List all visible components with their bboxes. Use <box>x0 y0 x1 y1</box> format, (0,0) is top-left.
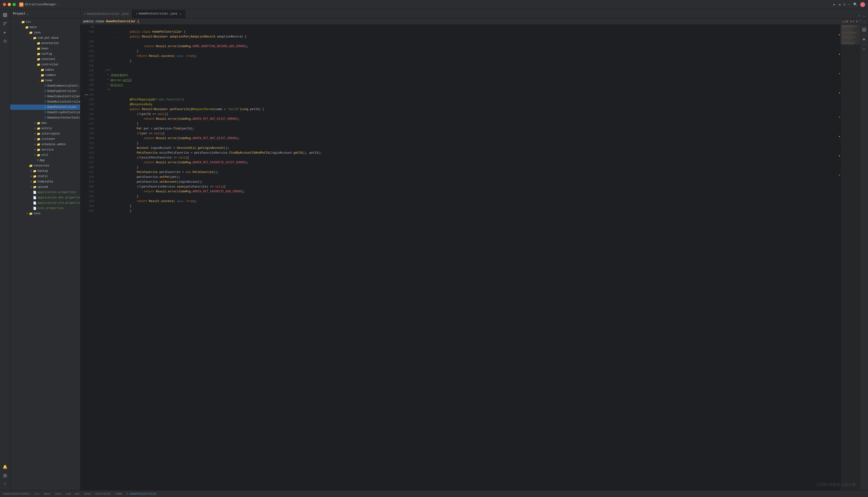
breadcrumb-adoption[interactable]: AdoptionStrayPets <box>3 493 30 495</box>
tree-item-entity[interactable]: ► 📁 entity <box>10 126 80 131</box>
tree-item-home-usercenter[interactable]: ► C HomeUserCenterContr... <box>10 115 80 120</box>
tree-item-static[interactable]: ► 📁 static <box>10 174 80 179</box>
tree-item-interceptor[interactable]: ► 📁 interceptor <box>10 131 80 137</box>
code-line-108: public Result<Boolean> adoptionPet(Adopt… <box>98 29 837 34</box>
svg-rect-18 <box>863 31 866 31</box>
window-controls[interactable] <box>3 3 16 6</box>
search-icon[interactable]: 🔍 <box>853 2 857 6</box>
tab-java-icon: J <box>84 13 85 15</box>
tab-menu-icon[interactable]: ⋯ <box>857 13 861 18</box>
tree-item-service[interactable]: ► 📁 service <box>10 147 80 153</box>
tab-home-index-controller[interactable]: J HomeIndexController.java <box>80 10 132 18</box>
code-line-135 <box>98 63 837 68</box>
tab-active-java-icon: J <box>136 12 137 15</box>
breadcrumb-main[interactable]: main <box>44 493 50 495</box>
code-line-159: if(petsFavoriteService.save(petsFavorite… <box>98 180 837 184</box>
help-icon[interactable]: ? <box>1 481 9 488</box>
maximize-button[interactable] <box>13 3 16 6</box>
tree-item-main[interactable]: ⌄ 📁 main <box>10 25 80 30</box>
tree-item-controller[interactable]: ⌄ 📁 controller <box>10 62 80 67</box>
breadcrumb-current[interactable]: C HomePetController <box>127 493 157 495</box>
tab-home-pet-controller[interactable]: J HomePetController.java ✕ <box>132 10 185 18</box>
tree-item-constant[interactable]: ► 📁 constant <box>10 57 80 62</box>
tree-item-test[interactable]: ► 📁 test <box>10 211 80 216</box>
gutter-mark-warning-3 <box>839 93 840 94</box>
warnings-down-icon[interactable]: ⌄ <box>864 19 865 23</box>
svg-rect-17 <box>863 29 866 30</box>
project-tree[interactable]: ⌄ 📁 src ⌄ 📁 main ⌄ 📁 java ⌄ <box>10 18 80 490</box>
breadcrumb-com[interactable]: com <box>66 493 70 495</box>
svg-rect-14 <box>4 476 5 477</box>
tree-item-home-faq[interactable]: ► C HomeFaqController <box>10 88 80 94</box>
code-line-162: return Result.success( data: true); <box>98 194 837 199</box>
tree-item-listener[interactable]: ► 📁 listener <box>10 137 80 142</box>
minimize-button[interactable] <box>8 3 11 6</box>
svg-rect-1 <box>5 13 7 15</box>
debug-icon[interactable]: ◀ <box>839 2 840 6</box>
code-line-130: return Result.error(CodeMsg.HOME_ADOPTIO… <box>98 39 837 44</box>
code-view[interactable]: 38 108 ... 130 131 132 133 134 135 136 1… <box>80 25 840 490</box>
line-numbers: 38 108 ... 130 131 132 133 134 135 136 1… <box>84 25 96 213</box>
right-panel-notification-icon[interactable]: ● <box>861 36 868 43</box>
plugins-icon[interactable] <box>1 472 9 480</box>
code-line-158: petsFavorite.setAccount(loginAccount); <box>98 175 837 180</box>
tree-item-backup[interactable]: ► 📁 backup <box>10 168 80 174</box>
tree-item-com-pet-base[interactable]: ⌄ 📁 com.pet.base <box>10 35 80 41</box>
vcs-icon[interactable] <box>1 20 9 28</box>
run-strip-icon[interactable]: ▶ <box>1 29 9 36</box>
error-icon: ● <box>850 20 852 23</box>
tree-item-home-community[interactable]: ► C HomeCommunityContr... <box>10 83 80 88</box>
tree-item-home-notice[interactable]: ► C HomeNoticeController <box>10 99 80 104</box>
tree-item-home-pet[interactable]: ► C HomePetController <box>10 104 80 110</box>
tab-close-button[interactable]: ✕ <box>179 12 182 15</box>
notifications-icon[interactable]: 🔔 <box>1 463 9 471</box>
editor-area: J HomeIndexController.java J HomePetCont… <box>80 9 868 490</box>
right-panel: ● ≡ <box>860 25 868 490</box>
project-icon[interactable] <box>1 11 9 19</box>
breadcrumb-pet[interactable]: pet <box>75 493 80 495</box>
tree-item-admin[interactable]: ► 📁 admin <box>10 67 80 73</box>
tree-item-common[interactable]: ► 📁 common <box>10 73 80 78</box>
tree-item-home[interactable]: ⌄ 📁 home <box>10 78 80 83</box>
settings-icon[interactable]: ⚙ <box>843 2 845 6</box>
tree-item-dao[interactable]: ► 📁 dao <box>10 120 80 126</box>
breadcrumb-java[interactable]: java <box>55 493 61 495</box>
right-panel-menu-icon[interactable]: ≡ <box>861 46 868 53</box>
debug-strip-icon[interactable] <box>1 37 9 45</box>
user-avatar[interactable] <box>860 2 865 7</box>
breadcrumb-home[interactable]: home <box>116 493 122 495</box>
tree-item-bean[interactable]: ► 📁 bean <box>10 46 80 51</box>
tree-item-upload[interactable]: ► 📁 upload <box>10 184 80 190</box>
tree-item-annotation[interactable]: ► 📁 annotation <box>10 41 80 46</box>
right-panel-structure-icon[interactable] <box>861 26 868 33</box>
code-line-136: /** <box>98 68 837 73</box>
breadcrumb-sep-1: › <box>31 493 33 495</box>
tree-item-resources[interactable]: ⌄ 📁 resources <box>10 163 80 168</box>
close-button[interactable] <box>3 3 6 6</box>
tree-item-util[interactable]: ► 📁 util <box>10 153 80 158</box>
left-strip: ▶ 🔔 ? <box>0 9 10 490</box>
tree-item-site-props[interactable]: ► 📄 site.properties <box>10 206 80 211</box>
tree-item-app-dev-props[interactable]: ► 📄 application-dev.properties <box>10 195 80 200</box>
tree-item-src[interactable]: ⌄ 📁 src <box>10 19 80 25</box>
tree-item-home-stray[interactable]: ► C HomeStrayPetControlle... <box>10 110 80 115</box>
tree-item-templates[interactable]: ► 📁 templates <box>10 179 80 184</box>
more-icon[interactable]: ⋯ <box>849 2 850 6</box>
breadcrumb-controller[interactable]: controller <box>95 493 111 495</box>
tree-item-app-prd-props[interactable]: ► 📄 application-prd.properties <box>10 200 80 206</box>
tree-item-java[interactable]: ⌄ 📁 java <box>10 30 80 35</box>
tab-expand-icon[interactable]: ⌄ <box>862 13 866 18</box>
app-title: AM AttractionsManager ⌄ <box>19 2 59 7</box>
warnings-up-icon[interactable]: ⌃ <box>860 19 862 23</box>
breadcrumb-base[interactable]: base <box>84 493 91 495</box>
tree-item-config[interactable]: ► 📁 config <box>10 51 80 57</box>
code-line-154: return Result.error(CodeMsg.ADMIN_PET_FA… <box>98 155 837 160</box>
breadcrumb-src[interactable]: src <box>35 493 40 495</box>
breadcrumb-sep-6: › <box>81 493 83 495</box>
run-icon[interactable]: ▶ <box>833 2 835 6</box>
tree-item-home-index[interactable]: ► C HomeIndexController <box>10 94 80 99</box>
tree-item-app[interactable]: ► C App <box>10 158 80 163</box>
tree-item-schedule[interactable]: ► 📁 schedule.admin <box>10 142 80 147</box>
svg-rect-16 <box>863 28 866 29</box>
tree-item-app-props[interactable]: ► 📄 application.properties <box>10 190 80 195</box>
